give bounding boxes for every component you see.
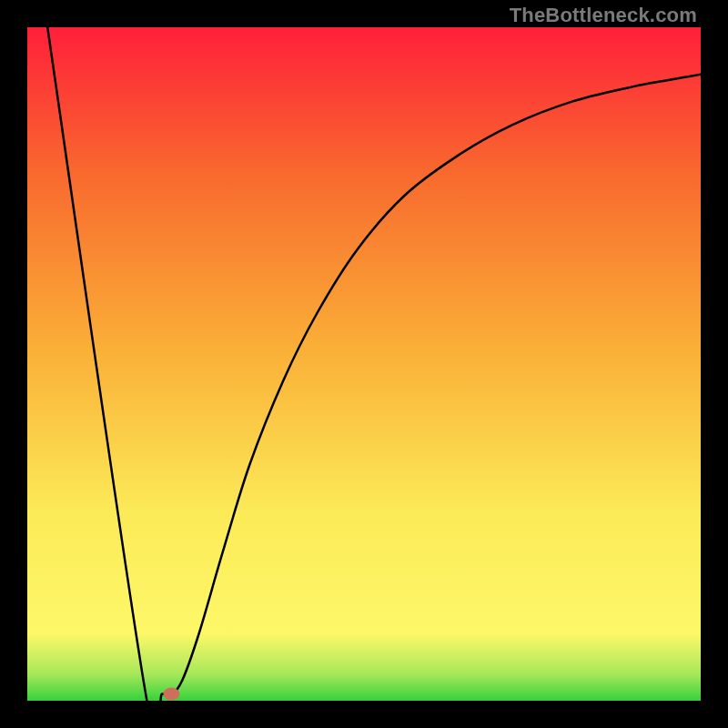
optimum-marker	[163, 688, 179, 701]
chart-frame: { "watermark": "TheBottleneck.com", "cha…	[0, 0, 728, 728]
watermark-text: TheBottleneck.com	[510, 4, 697, 27]
chart-svg	[27, 27, 701, 701]
gradient-background	[27, 27, 701, 701]
plot-area	[27, 27, 701, 701]
